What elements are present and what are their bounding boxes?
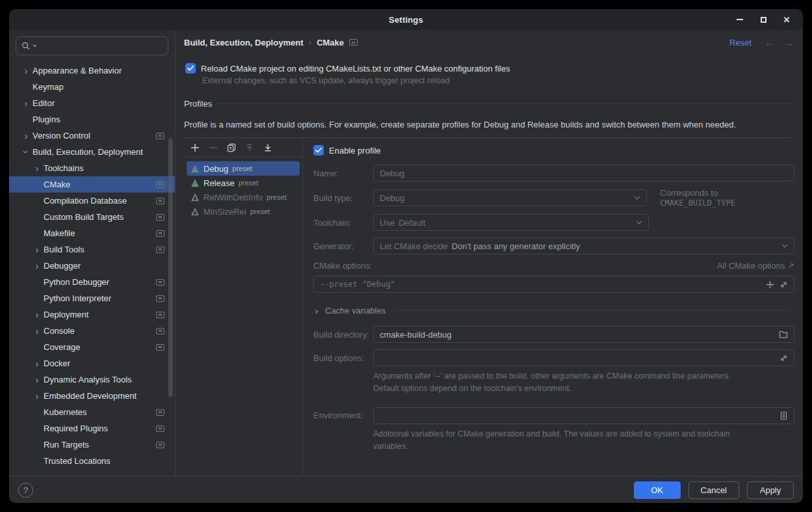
checkmark-icon xyxy=(315,148,322,153)
chevron-right-icon[interactable]: › xyxy=(32,326,42,336)
remove-profile-button[interactable] xyxy=(207,141,220,154)
profile-list-item[interactable]: Debug preset xyxy=(187,161,300,176)
expand-icon[interactable] xyxy=(779,280,788,289)
sidebar-tree-item[interactable]: › CMake xyxy=(9,176,175,193)
sidebar-tree-item[interactable]: › Python Interpreter xyxy=(9,290,175,306)
sidebar-tree-item[interactable]: › Editor xyxy=(9,95,175,111)
tree-item-label: Build, Execution, Deployment xyxy=(33,147,143,157)
sidebar-tree-item[interactable]: › Run Targets xyxy=(9,437,175,453)
cache-variables-toggle[interactable]: › Cache variables xyxy=(313,306,794,316)
maximize-button[interactable] xyxy=(756,12,770,27)
chevron-right-icon[interactable]: › xyxy=(32,245,42,254)
sidebar-tree-item[interactable]: › Dynamic Analysis Tools xyxy=(9,371,175,388)
ok-button[interactable]: OK xyxy=(634,481,681,499)
chevron-right-icon[interactable]: › xyxy=(32,261,42,271)
environment-field[interactable] xyxy=(373,407,794,424)
sidebar-tree-item[interactable]: › Build Tools xyxy=(9,241,175,258)
profile-name: Release xyxy=(203,178,235,188)
sidebar-tree-item[interactable]: › Appearance & Behavior xyxy=(9,62,175,79)
tree-item-label: Run Targets xyxy=(44,440,89,450)
chevron-right-icon[interactable]: › xyxy=(32,163,42,173)
add-option-icon[interactable] xyxy=(766,280,774,289)
sidebar-tree-item[interactable]: › Docker xyxy=(9,355,175,371)
breadcrumb-item-current[interactable]: CMake xyxy=(317,38,344,47)
toolchain-select[interactable]: Use Default xyxy=(373,214,649,231)
build-type-label: Build type: xyxy=(313,193,373,203)
apply-button[interactable]: Apply xyxy=(747,481,794,499)
build-type-select[interactable]: Debug xyxy=(373,189,647,206)
chevron-right-icon[interactable]: › xyxy=(32,358,42,368)
tree-item-label: CMake xyxy=(44,180,70,189)
forward-arrow-icon[interactable]: → xyxy=(784,37,794,48)
search-icon xyxy=(21,42,31,51)
tree-item-label: Deployment xyxy=(44,310,88,319)
sidebar-tree-item[interactable]: › Compilation Database xyxy=(9,193,175,209)
cache-variables-label: Cache variables xyxy=(325,306,386,316)
cmake-options-field[interactable]: --preset "Debug" xyxy=(313,276,794,293)
sidebar-tree-item[interactable]: › Kubernetes xyxy=(9,404,175,420)
sidebar-tree-item[interactable]: › Toolchains xyxy=(9,160,175,176)
folder-icon[interactable] xyxy=(779,330,788,338)
tree-item-label: Debugger xyxy=(44,261,81,271)
variables-list-icon[interactable] xyxy=(779,411,788,420)
generator-value: Don't pass any generator explicitly xyxy=(452,241,581,251)
build-directory-field[interactable]: cmake-build-debug xyxy=(373,326,794,343)
add-profile-button[interactable] xyxy=(189,141,202,154)
all-cmake-options-link[interactable]: All CMake options ↗ xyxy=(717,261,794,271)
sidebar-scrollbar[interactable] xyxy=(168,138,173,397)
settings-sidebar: › Appearance & Behavior › Keymap › Edito… xyxy=(9,30,176,476)
project-level-icon xyxy=(156,328,164,334)
sidebar-tree-item[interactable]: › Embedded Development xyxy=(9,388,175,404)
reload-checkbox[interactable] xyxy=(185,63,196,74)
profile-list-item[interactable]: RelWithDebInfo preset xyxy=(187,190,300,204)
toolchain-value: Default xyxy=(399,218,425,228)
settings-search-box[interactable] xyxy=(16,36,168,55)
expand-icon[interactable] xyxy=(779,354,788,362)
build-options-field[interactable] xyxy=(373,349,794,366)
sidebar-tree-item[interactable]: › Plugins xyxy=(9,111,175,128)
back-arrow-icon[interactable]: ← xyxy=(765,37,774,48)
sidebar-tree-item[interactable]: › Custom Build Targets xyxy=(9,209,175,225)
enable-profile-checkbox[interactable] xyxy=(313,145,324,155)
chevron-right-icon[interactable]: › xyxy=(21,131,31,141)
duplicate-profile-button[interactable] xyxy=(225,141,238,154)
search-input[interactable] xyxy=(39,41,163,51)
profile-list-item[interactable]: MinSizeRel preset xyxy=(187,204,300,219)
profile-list-item[interactable]: Release preset xyxy=(187,176,300,190)
sidebar-tree-item[interactable]: › Required Plugins xyxy=(9,420,175,437)
chevron-right-icon[interactable]: › xyxy=(32,310,42,319)
help-button[interactable]: ? xyxy=(18,483,33,498)
sidebar-tree-item[interactable]: › Trusted Locations xyxy=(9,453,175,469)
reset-link[interactable]: Reset xyxy=(729,38,752,47)
field-icons xyxy=(766,280,788,289)
breadcrumb-item-parent[interactable]: Build, Execution, Deployment xyxy=(184,38,303,47)
cancel-button[interactable]: Cancel xyxy=(688,481,739,499)
chevron-right-icon[interactable]: › xyxy=(21,66,31,75)
move-up-button[interactable] xyxy=(243,141,256,154)
arrow-down-to-line-icon xyxy=(263,143,272,152)
sidebar-tree-item[interactable]: › Build, Execution, Deployment xyxy=(9,144,175,160)
reload-option-row: Reload CMake project on editing CMakeLis… xyxy=(184,63,794,74)
sidebar-tree-item[interactable]: › Deployment xyxy=(9,306,175,323)
settings-window: Settings ✕ › Appearance & Behavior › xyxy=(9,9,803,503)
sidebar-tree-item[interactable]: › Version Control xyxy=(9,128,175,144)
generator-select[interactable]: Let CMake decide Don't pass any generato… xyxy=(373,237,794,254)
sidebar-tree-item[interactable]: › Debugger xyxy=(9,258,175,274)
minimize-button[interactable] xyxy=(733,12,747,27)
chevron-right-icon[interactable]: › xyxy=(21,147,31,157)
move-down-button[interactable] xyxy=(261,141,274,154)
name-field[interactable]: Debug xyxy=(373,165,794,182)
chevron-right-icon[interactable]: › xyxy=(32,391,42,401)
sidebar-tree-item[interactable]: › Keymap xyxy=(9,79,175,95)
titlebar[interactable]: Settings ✕ xyxy=(9,9,803,30)
sidebar-tree-item[interactable]: › Python Debugger xyxy=(9,274,175,290)
close-button[interactable]: ✕ xyxy=(779,12,794,27)
chevron-right-icon[interactable]: › xyxy=(21,98,31,108)
tree-item-label: Toolchains xyxy=(44,163,83,173)
project-level-icon xyxy=(156,133,164,139)
chevron-right-icon[interactable]: › xyxy=(32,375,42,384)
sidebar-tree-item[interactable]: › Makefile xyxy=(9,225,175,241)
profile-name: MinSizeRel xyxy=(203,207,246,217)
sidebar-tree-item[interactable]: › Console xyxy=(9,323,175,339)
sidebar-tree-item[interactable]: › Coverage xyxy=(9,339,175,355)
